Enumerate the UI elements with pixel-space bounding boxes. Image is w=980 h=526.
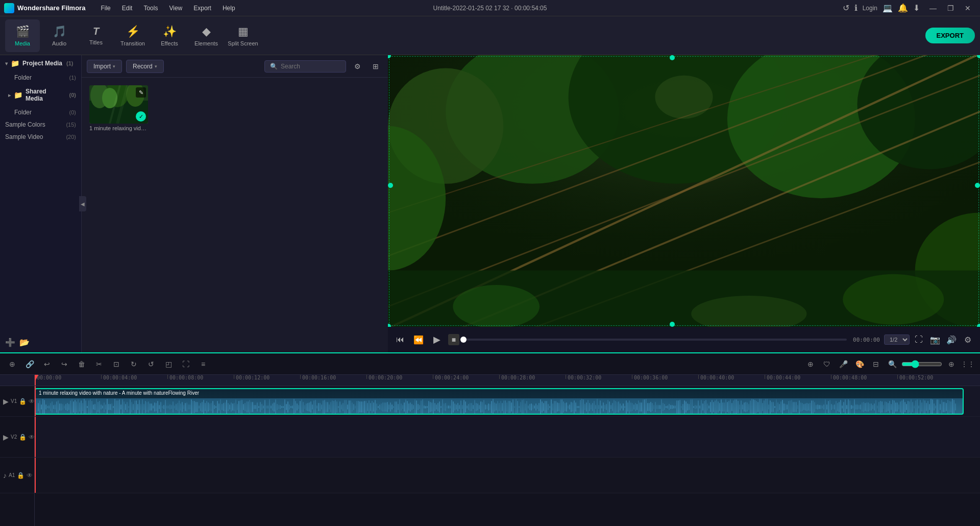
- menu-file[interactable]: File: [95, 3, 115, 14]
- add-track-button[interactable]: ⊕: [803, 357, 818, 371]
- step-back-button[interactable]: ⏪: [411, 332, 426, 347]
- eye-icon-a1[interactable]: 👁: [27, 472, 33, 479]
- computer-icon[interactable]: 💻: [883, 3, 893, 13]
- menu-export[interactable]: Export: [188, 3, 216, 14]
- maximize-button[interactable]: ❐: [942, 3, 959, 14]
- project-media-section[interactable]: ▾ 📁 Project Media (1): [0, 55, 81, 71]
- folder-item-1[interactable]: Folder (1): [0, 71, 81, 84]
- filter-button[interactable]: ⚙: [350, 59, 364, 74]
- eye-icon-v1[interactable]: 👁: [29, 398, 35, 405]
- menu-tools[interactable]: Tools: [138, 3, 163, 14]
- video-clip-1[interactable]: 1 minute relaxing video with nature - A …: [35, 388, 964, 415]
- add-media-timeline-button[interactable]: ⊕: [5, 357, 19, 371]
- folder-1-count: (1): [69, 75, 76, 81]
- audio-label: Audio: [52, 40, 66, 46]
- toolbar-elements-button[interactable]: ◆ Elements: [189, 19, 224, 52]
- stop-button[interactable]: ■: [448, 334, 459, 345]
- zoom-in-button[interactable]: 🔍: [885, 357, 899, 371]
- rotate-ccw-button[interactable]: ↺: [144, 357, 158, 371]
- volume-button[interactable]: 🔊: [944, 332, 959, 347]
- timeline-left-icons: ⊕ 🔗 ↩ ↪ 🗑 ✂ ⊡ ↻ ↺ ◰ ⛶ ≡: [5, 357, 210, 371]
- collapse-panel-arrow[interactable]: ◀: [79, 196, 86, 211]
- folder-2-label: Folder: [14, 109, 32, 116]
- toolbar-media-button[interactable]: 🎬 Media: [5, 19, 40, 52]
- pip-button[interactable]: ◰: [161, 357, 176, 371]
- export-button[interactable]: EXPORT: [925, 28, 975, 43]
- ruler-mark-10: 00:00:40:00: [698, 375, 734, 380]
- progress-bar[interactable]: [463, 339, 847, 341]
- new-folder-icon[interactable]: 📂: [19, 338, 30, 347]
- delete-button[interactable]: 🗑: [75, 357, 89, 371]
- lock-icon-v2[interactable]: 🔒: [19, 434, 27, 441]
- progress-thumb[interactable]: [460, 337, 467, 343]
- menu-edit[interactable]: Edit: [117, 3, 138, 14]
- search-input[interactable]: [281, 63, 340, 70]
- undo-button[interactable]: ↩: [40, 357, 54, 371]
- media-thumb-1[interactable]: ✎ ✓ 1 minute relaxing video ...: [89, 85, 148, 131]
- handle-right[interactable]: [975, 183, 980, 188]
- handle-left[interactable]: [388, 183, 393, 188]
- view-toggle-button[interactable]: ⊞: [369, 59, 383, 74]
- play-button[interactable]: ▶: [430, 332, 444, 347]
- lock-icon-v1[interactable]: 🔒: [19, 398, 27, 405]
- rotate-cw-button[interactable]: ↻: [127, 357, 141, 371]
- import-button[interactable]: Import ▾: [87, 60, 122, 73]
- sample-colors-item[interactable]: Sample Colors (15): [0, 118, 81, 131]
- mic-button[interactable]: 🎤: [836, 357, 850, 371]
- fit-screen-button[interactable]: ⛶: [912, 332, 926, 347]
- menu-help[interactable]: Help: [217, 3, 240, 14]
- link-button[interactable]: 🔗: [22, 357, 37, 371]
- shield-icon-button[interactable]: 🛡: [820, 357, 834, 371]
- download-icon[interactable]: ⬇: [913, 3, 920, 13]
- sample-video-item[interactable]: Sample Video (20): [0, 131, 81, 143]
- zoom-slider[interactable]: [901, 360, 942, 368]
- minimize-button[interactable]: —: [925, 3, 941, 14]
- project-media-count: (1): [66, 60, 73, 66]
- search-box[interactable]: 🔍: [264, 60, 346, 73]
- color-grade-button[interactable]: 🎨: [852, 357, 867, 371]
- timeline-playhead[interactable]: [35, 375, 36, 386]
- toolbar-audio-button[interactable]: 🎵 Audio: [42, 19, 77, 52]
- add-media-icon[interactable]: ➕: [5, 338, 15, 347]
- shared-media-label: Shared Media: [26, 88, 65, 102]
- lock-icon-a1[interactable]: 🔒: [17, 472, 24, 479]
- elements-label: Elements: [194, 40, 218, 46]
- handle-top[interactable]: [670, 55, 675, 60]
- menu-view[interactable]: View: [164, 3, 187, 14]
- ruler-mark-5: 00:00:20:00: [366, 375, 402, 380]
- account-label[interactable]: Login: [863, 5, 877, 12]
- zoom-fit-button[interactable]: ⊟: [869, 357, 883, 371]
- restore-icon[interactable]: ↺: [843, 3, 849, 13]
- record-button[interactable]: Record ▾: [126, 60, 164, 73]
- bell-icon[interactable]: 🔔: [898, 3, 908, 13]
- toolbar-effects-button[interactable]: ✨ Effects: [152, 19, 187, 52]
- zoom-bar: [901, 360, 942, 368]
- sample-colors-count: (15): [66, 122, 76, 128]
- handle-bottom-right[interactable]: [977, 324, 980, 327]
- track-playhead-v1: [35, 386, 36, 416]
- timeline-settings-button[interactable]: ⋮⋮: [961, 357, 975, 371]
- cut-button[interactable]: ✂: [92, 357, 106, 371]
- folder-item-2[interactable]: Folder (0): [0, 106, 81, 118]
- track-height-button[interactable]: ≡: [196, 357, 210, 371]
- close-button[interactable]: ✕: [960, 3, 976, 14]
- settings-button[interactable]: ⚙: [961, 332, 975, 347]
- crop-button[interactable]: ⊡: [109, 357, 124, 371]
- project-title: Untitle-2022-01-25 02 17 32 · 00:00:54:0…: [433, 5, 547, 12]
- screenshot-button[interactable]: 📷: [928, 332, 942, 347]
- quality-select[interactable]: 1/2 1/1 1/4: [884, 334, 910, 345]
- handle-bottom[interactable]: [670, 322, 675, 327]
- toolbar-transition-button[interactable]: ⚡ Transition: [115, 19, 150, 52]
- redo-button[interactable]: ↪: [57, 357, 71, 371]
- shared-media-section[interactable]: ▸ 📁 Shared Media (0): [0, 84, 81, 106]
- ruler-mark-13: 00:00:52:00: [897, 375, 933, 380]
- info-icon[interactable]: ℹ: [854, 3, 857, 13]
- fullscreen-button[interactable]: ⛶: [179, 357, 193, 371]
- rewind-to-start-button[interactable]: ⏮: [393, 332, 407, 347]
- toolbar-titles-button[interactable]: T Titles: [79, 19, 113, 52]
- zoom-out-button[interactable]: ⊕: [944, 357, 959, 371]
- ruler-mark-3: 00:00:12:00: [234, 375, 270, 380]
- toolbar-split-screen-button[interactable]: ▦ Split Screen: [226, 19, 260, 52]
- eye-icon-v2[interactable]: 👁: [29, 434, 35, 441]
- ruler-mark-11: 00:00:44:00: [765, 375, 800, 380]
